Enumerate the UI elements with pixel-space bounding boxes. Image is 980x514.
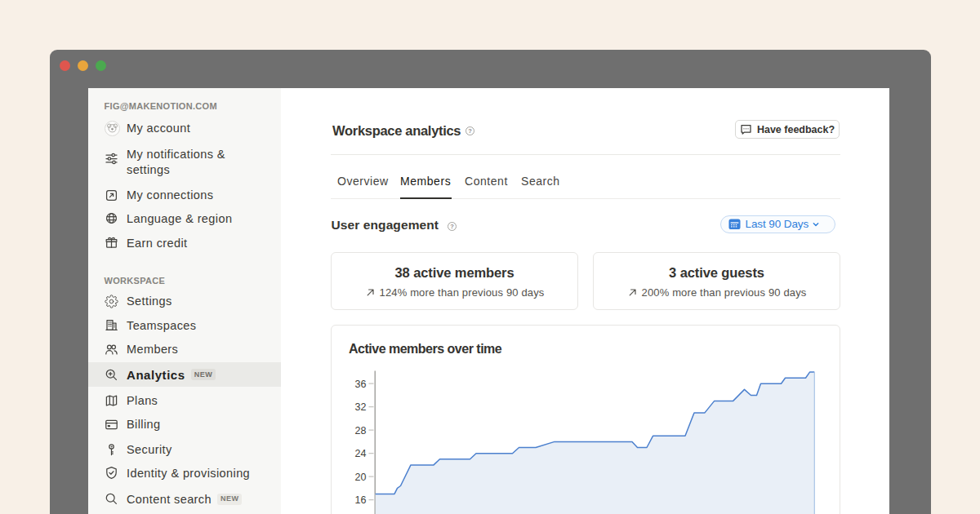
svg-text:36: 36 [355, 379, 367, 390]
svg-text:20: 20 [355, 472, 367, 483]
svg-text:16: 16 [355, 494, 367, 506]
svg-text:28: 28 [355, 425, 367, 436]
svg-text:32: 32 [355, 401, 367, 413]
svg-text:24: 24 [355, 448, 367, 459]
